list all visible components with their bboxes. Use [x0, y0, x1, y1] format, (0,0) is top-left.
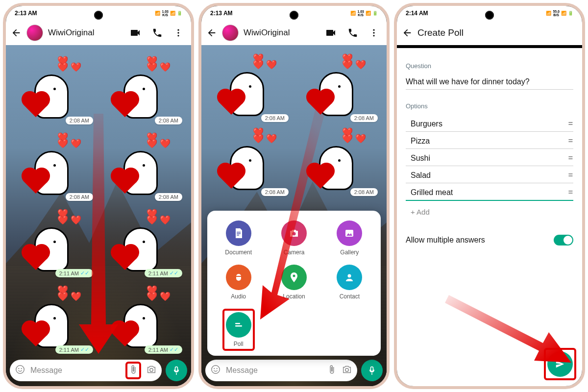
camera-button[interactable]	[342, 364, 352, 377]
message-time: 2:11 AM✓✓	[55, 345, 93, 354]
poll-option-row[interactable]: Grilled meat =	[406, 183, 573, 201]
svg-point-7	[150, 368, 153, 371]
battery-icon: 🔋	[568, 11, 573, 16]
camera-button[interactable]	[146, 364, 157, 377]
allow-multiple-toggle[interactable]	[554, 235, 573, 245]
create-poll-form: Question What will we have for dinner to…	[397, 49, 582, 386]
add-option-button[interactable]: + Add	[406, 201, 573, 220]
drag-handle-icon[interactable]: =	[568, 120, 573, 128]
sticker-message[interactable]: ❤️❤️ ❤️ 2:08 AM	[295, 124, 382, 195]
question-label: Question	[406, 62, 573, 70]
message-time: 2:08 AM	[155, 193, 182, 201]
sticker-message[interactable]: ❤️❤️ ❤️ 2:11 AM✓✓	[11, 279, 97, 353]
camera-notch	[290, 11, 298, 20]
back-button[interactable]	[206, 27, 217, 38]
mic-button[interactable]	[361, 360, 383, 381]
mic-button[interactable]	[166, 360, 187, 381]
drag-handle-icon[interactable]: =	[568, 188, 573, 197]
video-call-button[interactable]	[322, 24, 340, 42]
attach-button[interactable]	[327, 365, 337, 376]
drag-handle-icon[interactable]: =	[568, 154, 573, 163]
read-ticks-icon: ✓✓	[170, 346, 178, 353]
poll-option-row[interactable]: Sushi =	[406, 149, 573, 166]
attach-location[interactable]: Location	[281, 265, 307, 300]
message-time: 2:08 AM	[350, 188, 378, 196]
contact-avatar[interactable]	[26, 24, 43, 41]
status-time: 2:13 AM	[15, 10, 37, 17]
more-menu-button[interactable]	[366, 25, 382, 41]
message-input[interactable]: Message	[205, 360, 357, 381]
status-indicators: 📶 1.03K/S 📶 🔋	[350, 10, 378, 17]
option-input[interactable]: Salad	[406, 171, 568, 180]
message-list: ❤️❤️ ❤️ 2:08 AM ❤️❤️ ❤️ 2:08 AM ❤️❤️ ❤️ …	[11, 50, 186, 352]
allow-multiple-label: Allow multiple answers	[406, 236, 485, 245]
sticker-message[interactable]: ❤️❤️ ❤️ 2:08 AM	[100, 50, 186, 123]
sticker-message[interactable]: ❤️❤️ ❤️ 2:08 AM	[206, 124, 293, 195]
sticker-message[interactable]: ❤️❤️ ❤️ 2:11 AM✓✓	[100, 203, 186, 276]
back-button[interactable]	[11, 27, 22, 38]
net-unit: B/S	[553, 13, 559, 17]
read-ticks-icon: ✓✓	[170, 270, 178, 276]
poll-option-row[interactable]: Burguers =	[406, 115, 573, 132]
message-placeholder: Message	[30, 366, 121, 375]
signal-icon: 📶	[561, 11, 566, 16]
voice-call-button[interactable]	[344, 24, 361, 41]
sticker-message[interactable]: ❤️❤️ ❤️ 2:08 AM	[100, 126, 186, 200]
send-poll-button[interactable]	[547, 351, 573, 377]
back-button[interactable]	[402, 27, 413, 38]
status-time: 2:13 AM	[210, 10, 233, 17]
svg-point-25	[217, 368, 218, 369]
svg-point-24	[214, 368, 215, 369]
video-call-button[interactable]	[126, 24, 144, 42]
attach-document[interactable]: Document	[225, 220, 252, 256]
message-input-bar: Message	[10, 360, 187, 381]
phone-screen-1: 2:13 AM 📶 1.03K/S 📶 🔋 WiwiOriginal ❤️❤️ …	[3, 3, 194, 389]
attach-audio[interactable]: Audio	[226, 265, 251, 300]
net-speed: 1.03	[162, 10, 169, 13]
emoji-icon[interactable]	[210, 364, 221, 377]
option-input[interactable]: Burguers	[406, 120, 568, 128]
sticker-message[interactable]: ❤️❤️ ❤️ 2:11 AM✓✓	[100, 279, 186, 353]
question-input[interactable]: What will we have for dinner today?	[406, 74, 573, 90]
attach-gallery[interactable]: Gallery	[337, 220, 362, 256]
svg-rect-13	[237, 233, 241, 234]
emoji-icon[interactable]	[15, 364, 25, 377]
sticker-message[interactable]: ❤️❤️ ❤️ 2:08 AM	[11, 126, 97, 200]
attach-label: Audio	[231, 293, 246, 300]
camera-notch	[94, 11, 103, 20]
attach-label: Document	[225, 249, 252, 256]
contact-name[interactable]: WiwiOriginal	[244, 28, 317, 38]
attach-camera[interactable]: Camera	[281, 220, 307, 256]
chat-background[interactable]: ❤️❤️ ❤️ 2:08 AM ❤️❤️ ❤️ 2:08 AM ❤️❤️ ❤️ …	[201, 45, 387, 386]
voice-call-button[interactable]	[149, 24, 166, 41]
sticker-message[interactable]: ❤️❤️ ❤️ 2:11 AM✓✓	[11, 203, 97, 276]
signal-icon: 📶	[366, 11, 371, 16]
chat-background[interactable]: ❤️❤️ ❤️ 2:08 AM ❤️❤️ ❤️ 2:08 AM ❤️❤️ ❤️ …	[6, 45, 191, 386]
vowifi-icon: 📶	[155, 11, 160, 16]
sticker-message[interactable]: ❤️❤️ ❤️ 2:08 AM	[206, 50, 293, 121]
sticker-message[interactable]: ❤️❤️ ❤️ 2:08 AM	[11, 50, 97, 123]
attach-contact[interactable]: Contact	[337, 265, 362, 300]
read-ticks-icon: ✓✓	[80, 346, 89, 353]
attach-label: Poll	[234, 341, 244, 347]
poll-option-row[interactable]: Salad =	[406, 166, 573, 183]
attach-poll[interactable]: Poll	[226, 312, 251, 347]
message-list: ❤️❤️ ❤️ 2:08 AM ❤️❤️ ❤️ 2:08 AM ❤️❤️ ❤️ …	[206, 50, 382, 210]
contact-avatar[interactable]	[222, 24, 239, 41]
drag-handle-icon[interactable]: =	[568, 137, 573, 146]
option-input[interactable]: Grilled meat	[406, 188, 568, 197]
svg-point-1	[177, 32, 179, 33]
option-input[interactable]: Pizza	[406, 137, 568, 146]
message-input[interactable]: Message	[10, 360, 162, 381]
attach-label: Location	[283, 293, 305, 300]
net-unit: K/S	[162, 13, 168, 17]
drag-handle-icon[interactable]: =	[568, 171, 573, 180]
option-input[interactable]: Sushi	[406, 154, 568, 163]
contact-name[interactable]: WiwiOriginal	[48, 28, 122, 38]
sticker-message[interactable]: ❤️❤️ ❤️ 2:08 AM	[295, 50, 382, 121]
message-time: 2:11 AM✓✓	[55, 269, 93, 277]
attach-button[interactable]	[128, 368, 138, 376]
svg-point-0	[177, 29, 179, 31]
more-menu-button[interactable]	[171, 25, 186, 41]
poll-option-row[interactable]: Pizza =	[406, 132, 573, 149]
